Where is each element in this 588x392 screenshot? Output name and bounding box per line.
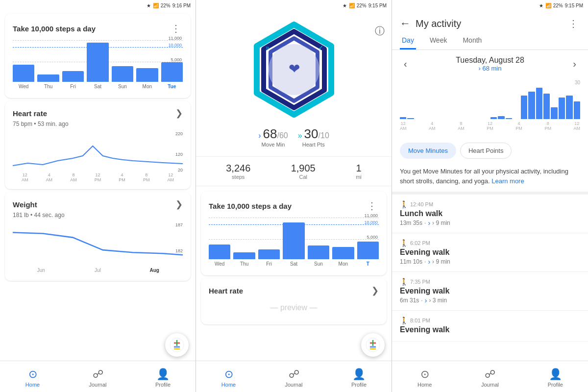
tl-12pm: 12PM [86, 172, 110, 182]
bar-col-3: Sat [87, 40, 108, 89]
nav-home-left[interactable]: ⊙ Home [18, 368, 48, 388]
steps-label: steps [232, 174, 245, 180]
tax-4pm: 4PM [515, 121, 522, 131]
nav-home-mid[interactable]: ⊙ Home [214, 368, 244, 388]
m-bar-label-thu: Thu [240, 261, 248, 267]
m-bar-label-mon: Mon [339, 261, 348, 267]
fab-button-left[interactable]: + [165, 333, 189, 357]
heart-rate-mid-chevron[interactable]: ❯ [371, 285, 379, 296]
activity-1-sep: · [424, 258, 426, 265]
activity-1-title: Evening walk [400, 248, 580, 257]
activity-0-details: 13m 35s · › › 9 min [400, 219, 580, 227]
time-mid: 9:15 PM [368, 3, 387, 8]
nav-journal-mid[interactable]: ☍ Journal [279, 368, 309, 388]
nav-home-label-mid: Home [221, 382, 236, 388]
nav-profile-label-mid: Profile [351, 382, 367, 388]
left-panel-content: Take 10,000 steps a day ⋮ 11,000 10,000 … [0, 11, 196, 361]
activity-item-3[interactable]: 🚶 8:01 PM Evening walk [392, 311, 588, 342]
activity-item-1[interactable]: 🚶 6:02 PM Evening walk 11m 10s · › › 9 m… [392, 233, 588, 272]
nav-profile-left[interactable]: 👤 Profile [148, 368, 178, 388]
home-icon-mid: ⊙ [224, 368, 233, 381]
tl-8pm: 8PM [134, 172, 159, 182]
steps-mid-more-menu[interactable]: ⋮ [365, 198, 379, 214]
tab-month[interactable]: Month [461, 31, 484, 49]
date-detail: › 68 min [456, 65, 524, 72]
battery-right: 22% [553, 3, 563, 8]
steps-more-menu[interactable]: ⋮ [169, 21, 183, 36]
info-button[interactable]: ⓘ [375, 24, 385, 38]
activity-item-2[interactable]: 🚶 7:35 PM Evening walk 6m 31s · › › 3 mi… [392, 272, 588, 311]
nav-profile-mid[interactable]: 👤 Profile [344, 368, 374, 388]
steps-bar-chart-mid: Wed Thu Fri Sat [209, 218, 379, 267]
activity-item-0[interactable]: 🚶 12:40 PM Lunch walk 13m 35s · › › 9 mi… [392, 195, 588, 233]
activity-header: ← My activity ⋮ [392, 11, 588, 31]
tax-8am: 8AM [458, 121, 465, 131]
signal-icon-right: 📶 [545, 3, 551, 8]
status-bar-left: ★ 📶 22% 9:16 PM [0, 0, 196, 11]
activity-1-details: 11m 10s · › › 9 min [400, 258, 580, 266]
journal-icon-mid: ☍ [289, 368, 299, 381]
activity-3-title: Evening walk [400, 325, 580, 334]
bluetooth-icon-mid: ★ [343, 3, 347, 8]
nav-home-right[interactable]: ⊙ Home [410, 368, 440, 388]
bar-col-1: Thu [37, 40, 59, 89]
bar-sat [87, 43, 108, 82]
activity-2-detail: › 3 min [429, 297, 447, 304]
activity-3-time: 8:01 PM [410, 318, 430, 323]
activity-0-title: Lunch walk [400, 209, 580, 218]
activity-2-detail-arrow: › [425, 296, 427, 304]
cal-label: Cal [299, 174, 307, 180]
mi-label: mi [356, 174, 362, 180]
journal-icon-right: ☍ [485, 368, 495, 381]
weight-line-chart [13, 222, 183, 267]
weight-subtitle: 181 lb • 44 sec. ago [13, 212, 183, 219]
fab-plus-icon: + [169, 337, 185, 353]
heart-pts-label: Heart Pts [302, 142, 325, 147]
m-bar-label-sun: Sun [314, 261, 323, 267]
bar-label-fri: Fri [70, 84, 76, 89]
bar-tue [161, 62, 183, 82]
walk-icon-0: 🚶 [400, 200, 408, 208]
nav-journal-right[interactable]: ☍ Journal [475, 368, 505, 388]
heart-rate-card-mid: Heart rate ❯ — preview — [201, 278, 387, 324]
time-axis: 12AM 4AM 8AM 12PM 4PM 8PM 12AM [400, 121, 580, 133]
heart-rate-header: Heart rate ❯ [13, 108, 183, 119]
move-min-goal: /60 [277, 131, 288, 140]
tax-12pm: 12PM [487, 121, 493, 131]
wx-aug: Aug [126, 268, 183, 273]
weight-chart-svg [13, 222, 183, 268]
learn-more-link[interactable]: Learn more [491, 177, 524, 185]
prev-date-button[interactable]: ‹ [400, 56, 411, 72]
tl-8am: 8AM [61, 172, 86, 182]
activity-0-detail-arrow: › [428, 219, 430, 227]
bottom-stats-row: 3,246 steps 1,905 Cal 1 mi [196, 156, 392, 186]
wx-jul: Jul [70, 268, 126, 273]
nav-journal-left[interactable]: ☍ Journal [83, 368, 113, 388]
next-date-button[interactable]: › [569, 56, 580, 72]
svg-text:»: » [266, 44, 270, 51]
m-bar-fri [258, 249, 280, 259]
m-bar-wed [209, 245, 230, 259]
move-minutes-toggle[interactable]: Move Minutes [400, 143, 456, 159]
tab-week[interactable]: Week [428, 31, 449, 49]
fitness-ring-section: ⓘ ❤ ✓ » [196, 11, 392, 156]
nav-profile-right[interactable]: 👤 Profile [540, 368, 570, 388]
activity-1-header: 🚶 6:02 PM [400, 239, 580, 247]
tab-week-label: Week [430, 36, 447, 44]
act-bar-20 [551, 107, 557, 119]
left-panel: ★ 📶 22% 9:16 PM Take 10,000 steps a day … [0, 0, 196, 392]
heart-rate-card-left: Heart rate ❯ 75 bpm • 53 min. ago 220 12… [5, 101, 191, 189]
heart-points-toggle[interactable]: Heart Points [460, 143, 512, 159]
back-arrow-button[interactable]: ← [400, 17, 411, 30]
tax-12am: 12AM [400, 121, 407, 131]
tab-day[interactable]: Day [400, 31, 416, 49]
heart-rate-chevron[interactable]: ❯ [175, 108, 183, 119]
walk-icon-2: 🚶 [400, 278, 408, 286]
fab-button-mid[interactable] [361, 333, 385, 357]
weight-chevron[interactable]: ❯ [175, 199, 183, 210]
heart-pts-goal: /10 [318, 131, 329, 140]
m-bar-sat [283, 222, 304, 259]
heart-rate-mid-header: Heart rate ❯ [209, 285, 379, 296]
activity-more-menu[interactable]: ⋮ [566, 16, 580, 31]
date-nav: ‹ Tuesday, August 28 › 68 min › [392, 50, 588, 74]
